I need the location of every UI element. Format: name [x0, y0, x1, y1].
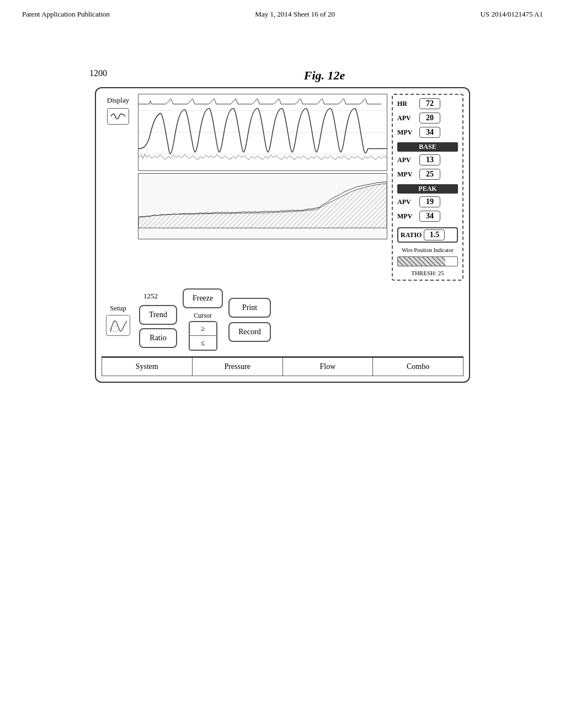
- print-record-group: Print Record: [228, 298, 270, 342]
- hr-label: HR: [397, 100, 417, 108]
- setup-column: Setup: [102, 304, 135, 336]
- trend-button[interactable]: Trend: [139, 305, 177, 325]
- bottom-controls: Setup 1252 Trend Ratio: [102, 288, 463, 351]
- ref-1252: 1252: [143, 292, 177, 301]
- base-mpv-value: 25: [419, 169, 440, 180]
- svg-point-4: [110, 326, 119, 331]
- patent-number: US 2014/0121475 A1: [481, 10, 543, 19]
- ratio-box: RATIO 1.5: [397, 227, 458, 243]
- display-label: Display: [107, 96, 129, 105]
- publication-label: Patent Application Publication: [22, 10, 110, 19]
- peak-label: PEAK: [397, 184, 458, 194]
- print-button[interactable]: Print: [228, 298, 270, 318]
- peak-mpv-value: 34: [419, 211, 440, 222]
- thresh-label: THRESH: 25: [397, 270, 458, 276]
- mpv-label: MPV: [397, 129, 417, 137]
- peak-apv-value: 19: [419, 196, 440, 207]
- peak-apv-row: APV 19: [397, 196, 458, 207]
- cursor-down-button[interactable]: ≤: [189, 336, 217, 350]
- freeze-button[interactable]: Freeze: [183, 288, 223, 308]
- cursor-label: Cursor: [194, 312, 212, 320]
- mpv-row: MPV 34: [397, 127, 458, 138]
- wire-indicator-label: Wire Position Indicator: [397, 247, 458, 253]
- peak-mpv-label: MPV: [397, 212, 417, 221]
- display-icon[interactable]: [107, 108, 129, 125]
- setup-icon[interactable]: [106, 315, 130, 336]
- ratio-label: RATIO: [401, 231, 422, 239]
- upper-waveform: 1256: [138, 94, 387, 171]
- wire-indicator-bar: [397, 256, 458, 266]
- figure-title: Fig. 12e: [173, 68, 476, 83]
- wire-indicator-fill: [398, 257, 445, 266]
- hr-value: 72: [419, 98, 440, 109]
- lower-waveform: 1254: [138, 173, 387, 239]
- base-apv-value: 13: [419, 154, 440, 165]
- base-mpv-row: MPV 25: [397, 169, 458, 180]
- tab-combo[interactable]: Combo: [373, 357, 463, 376]
- tab-system[interactable]: System: [102, 357, 193, 376]
- base-apv-row: APV 13: [397, 154, 458, 165]
- peak-apv-label: APV: [397, 198, 417, 206]
- figure-area: 1200 Fig. 12e Display: [0, 68, 565, 383]
- base-mpv-label: MPV: [397, 170, 417, 179]
- record-button[interactable]: Record: [228, 322, 270, 342]
- device-container: Display 1256: [95, 87, 470, 383]
- page-header: Patent Application Publication May 1, 20…: [0, 0, 565, 24]
- tab-flow[interactable]: Flow: [283, 357, 374, 376]
- ratio-value: 1.5: [424, 229, 445, 240]
- mpv-value: 34: [419, 127, 440, 138]
- apv-row: APV 20: [397, 113, 458, 124]
- cursor-up-button[interactable]: ≥: [189, 322, 217, 336]
- base-apv-label: APV: [397, 156, 417, 164]
- ratio-button[interactable]: Ratio: [139, 328, 177, 348]
- tab-pressure[interactable]: Pressure: [193, 357, 283, 376]
- tabs-bar: System Pressure Flow Combo: [102, 356, 463, 376]
- setup-label: Setup: [110, 304, 126, 313]
- peak-mpv-row: MPV 34: [397, 211, 458, 222]
- ref-number-1200: 1200: [89, 68, 107, 78]
- base-label: BASE: [397, 142, 458, 152]
- sheet-info: May 1, 2014 Sheet 16 of 20: [255, 10, 335, 19]
- apv-value: 20: [419, 113, 440, 124]
- hr-row: HR 72: [397, 98, 458, 109]
- right-panel: HR 72 APV 20 MPV 34 BASE APV 13: [392, 94, 463, 281]
- apv-label: APV: [397, 114, 417, 122]
- cursor-group: Cursor ≥ ≤: [189, 312, 217, 351]
- buttons-group: 1252 Trend Ratio Freeze Cursor ≥ ≤: [139, 288, 463, 351]
